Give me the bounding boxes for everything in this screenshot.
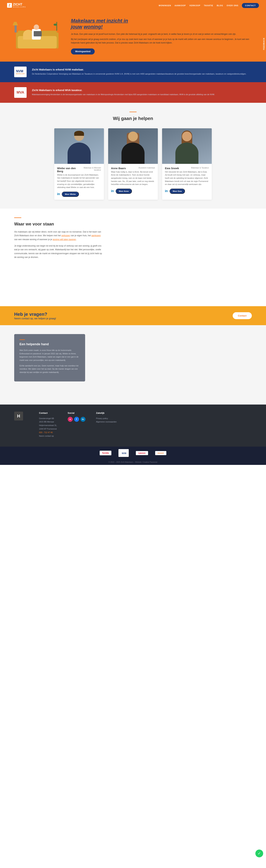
instagram-icon[interactable]: ● <box>68 417 73 422</box>
footer-zakelijk-col: Zakelijk Privacy policy Algemene voorwaa… <box>96 412 117 438</box>
mva-cert-content: Zicht Makelaars is erkend MVA taxateur. … <box>32 89 215 96</box>
partner-bar: funda NVM Ljwonen moveni <box>0 446 266 459</box>
anne-role: Assistent makelaar <box>138 167 155 169</box>
values-body-2: Je krijgt ondersteuning van begin tot en… <box>14 244 103 259</box>
team-card-ewa: Ewa Snoek Makelaar & Taxateur Het nieuws… <box>162 128 212 200</box>
nav-item-verkoop[interactable]: VERKOOP <box>189 4 200 7</box>
moveni-logo[interactable]: moveni <box>155 451 166 455</box>
footer-address-1: Geestersingel 6B <box>39 417 57 420</box>
linkedin-icon-footer[interactable]: in <box>80 417 86 422</box>
team-card-anne: Anne Baars Assistent makelaar Waar hulp … <box>108 128 158 200</box>
wiebe-footer: in Meer Wiebe <box>57 191 101 197</box>
nvm-cert-body: De Nederlandse Coöperatieve Vereniging v… <box>32 72 246 75</box>
nav-item-over-ons[interactable]: OVER ONS <box>227 4 238 7</box>
team-title: Wij gaan je helpen <box>11 116 255 121</box>
nav-item-woningen[interactable]: WONINGEN <box>159 4 171 7</box>
values-title: Waar we voor staan <box>14 221 252 226</box>
footer-contact-title: Contact <box>39 412 57 414</box>
footer-email-link[interactable]: Neem contact op <box>39 434 57 438</box>
helping-body-2: Echte aandacht voor jou. Geen nummer, ma… <box>20 364 80 374</box>
ewa-name: Ewa Snoek <box>165 167 179 170</box>
mva-cert-section: MVA Zicht Makelaars is erkend MVA taxate… <box>0 82 266 103</box>
anne-info: Anne Baars Assistent makelaar Waar hulp … <box>108 164 158 197</box>
team-section: Wij gaan je helpen Wiebe van den Berg Ma… <box>0 103 266 209</box>
footer-contact-col: Contact Geestersingel 6B 1815 BB Alkmaar… <box>39 412 57 438</box>
footer-logo-box: H <box>14 412 23 421</box>
cta-title: Heb je vragen? <box>14 312 56 317</box>
hero-cta-button[interactable]: Woningaanbod <box>71 49 95 55</box>
feedback-tab[interactable]: FEEDBACK <box>262 35 266 52</box>
team-divider <box>129 112 137 112</box>
wiebe-linkedin-icon[interactable]: in <box>57 192 60 196</box>
nvm-logo: NVM MAKELAAR <box>14 67 27 77</box>
hero-body-1: Je thuis. Een plek waar je tot jezelf ku… <box>71 32 252 36</box>
nvm-cert-title: Zicht Makelaars is erkend NVM makelaar. <box>32 68 246 71</box>
values-section: Waar we voor staan Als makelaars zijn wi… <box>0 209 266 306</box>
team-grid: Wiebe van den Berg Makelaar & Meester ta… <box>11 128 255 200</box>
nvm-cert-content: Zicht Makelaars is erkend NVM makelaar. … <box>32 68 246 75</box>
wiebe-desc: Wiebe is de duurzaampool van Zicht Makel… <box>57 174 101 189</box>
wiebe-info: Wiebe van den Berg Makelaar & Meester ta… <box>54 164 104 200</box>
wiebe-role: Makelaar & Meester taxateur <box>79 167 101 171</box>
wiebe-more-button[interactable]: Meer Wiebe <box>62 191 79 197</box>
footer-social-col: Social ● f in <box>68 412 86 438</box>
helping-card: Een helpende hand Wat Zicht uniek maakt,… <box>14 334 85 381</box>
helping-divider <box>20 339 25 340</box>
values-spacer <box>14 262 252 297</box>
mva-cert-body: Makelaarsvereniging Amsterdam is de bero… <box>32 93 215 96</box>
ljwonen-logo[interactable]: Ljwonen <box>136 451 148 455</box>
anne-linkedin-icon[interactable]: in <box>111 189 114 193</box>
ewa-footer: in Meer Ewa <box>165 188 209 194</box>
anne-more-button[interactable]: Meer Anne <box>115 188 132 194</box>
laptop <box>34 31 42 36</box>
helping-body-1: Wat Zicht uniek maakt, is onze frisse bl… <box>20 349 80 362</box>
footer-logo-letter: H <box>17 413 20 418</box>
ewa-linkedin-icon[interactable]: in <box>165 189 168 193</box>
hero-title: Makelaars met inzicht in jouw woning! <box>71 18 252 30</box>
footer: H Contact Geestersingel 6B 1815 BB Alkma… <box>0 405 266 447</box>
nvm-partner-logo[interactable]: NVM <box>119 449 129 457</box>
logo-text: ZICHT MAKELAARS <box>13 3 26 8</box>
plant-decoration <box>55 22 59 31</box>
footer-phone-link[interactable]: 020 - 712 47 40 <box>39 431 57 434</box>
nvm-cert-section: NVM MAKELAAR Zicht Makelaars is erkend N… <box>0 62 266 82</box>
svg-text:NVM: NVM <box>122 452 126 455</box>
hero-body-2: Bij het (ver)kopen wil je graag overzich… <box>71 38 252 44</box>
helping-section: Een helpende hand Wat Zicht uniek maakt,… <box>0 325 266 405</box>
funda-logo[interactable]: funda <box>100 451 111 455</box>
footer-copyright: © 2022 – 2025 Zicht Makelaars – Website:… <box>0 459 266 465</box>
verkopen-link[interactable]: verkopen <box>61 234 70 237</box>
anne-footer: in Meer Anne <box>111 188 155 194</box>
ewa-photo <box>162 128 212 164</box>
nav-item-blog[interactable]: BLOG <box>217 4 223 7</box>
terms-link[interactable]: Algemene voorwaarden <box>96 420 117 424</box>
mva-logo: MVA <box>14 87 27 98</box>
values-body-1: Als makelaars zijn wij lekker direct, re… <box>14 230 103 242</box>
ewa-more-button[interactable]: Meer Ewa <box>169 188 185 194</box>
aankopen-link[interactable]: aankopen <box>91 234 101 237</box>
hero-section: Makelaars met inzicht in jouw woning! Je… <box>0 11 266 62</box>
wiebe-name: Wiebe van den Berg <box>57 167 79 173</box>
hero-content: Makelaars met inzicht in jouw woning! Je… <box>71 18 252 55</box>
cta-contact-button[interactable]: Contact <box>233 312 252 319</box>
anne-name: Anne Baars <box>111 167 126 170</box>
footer-address-3: Heijermansstraat 31, <box>39 424 57 427</box>
cta-section: Heb je vragen? Neem contact op, we helpe… <box>0 306 266 325</box>
logo[interactable]: Z ZICHT MAKELAARS <box>7 3 26 8</box>
wiebe-photo <box>54 128 104 164</box>
mva-cert-title: Zicht Makelaars is erkend MVA taxateur. <box>32 89 215 92</box>
ewa-info: Ewa Snoek Makelaar & Taxateur Het nieuws… <box>162 164 212 197</box>
facebook-icon[interactable]: f <box>74 417 79 422</box>
nav-contact-button[interactable]: CONTACT <box>242 4 259 7</box>
footer-social-title: Social <box>68 412 86 414</box>
privacy-policy-link[interactable]: Privacy policy <box>96 417 117 420</box>
social-icons: ● f in <box>68 417 86 422</box>
nav-item-aankoop[interactable]: AANKOOP <box>174 4 186 7</box>
navigation: Z ZICHT MAKELAARS WONINGEN AANKOOP VERKO… <box>0 0 266 11</box>
helping-title: Een helpende hand <box>20 342 80 346</box>
ewa-role: Makelaar & Taxateur <box>191 167 209 169</box>
taxeren-link[interactable]: woning wilt laten taxeren <box>53 238 76 241</box>
nav-item-taxatie[interactable]: TAXATIE <box>204 4 213 7</box>
hero-illustration <box>14 20 64 52</box>
footer-logo-col: H <box>14 412 28 438</box>
